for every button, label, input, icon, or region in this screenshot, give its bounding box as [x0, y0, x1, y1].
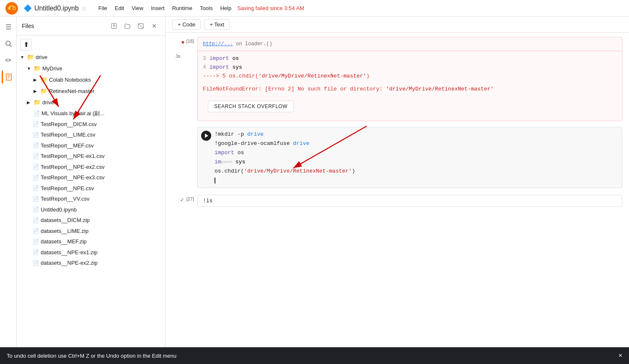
cell-27-gutter: ✓ [27] — [172, 195, 197, 203]
tree-item-ml-visuals[interactable]: 📄 ML Visuals by dair.ai (副... — [17, 108, 165, 119]
list-item[interactable]: 📄TestReport__NPE-ex3.csv — [17, 172, 165, 183]
sidebar: ☰ <> Files — [0, 17, 166, 347]
cell-18-gutter: ● [18] — [172, 37, 197, 45]
main-layout: ☰ <> Files — [0, 17, 629, 347]
cell-27-code: !ls — [203, 198, 617, 204]
folder-icon: 📁 — [40, 87, 47, 96]
files-actions: × — [108, 20, 160, 32]
menu-file[interactable]: File — [95, 3, 111, 13]
file-icon: 📄 — [33, 174, 39, 181]
cell-18-output: 3import os 4import sys ----> 5 os.chdir(… — [198, 51, 622, 84]
saving-status: Saving failed since 3:54 AM — [237, 5, 304, 11]
run-cell-button[interactable] — [201, 131, 211, 141]
tree-item-label: TestReport__MEF.csv — [41, 142, 93, 150]
folder-icon: 📁 — [27, 53, 34, 62]
code-toggle-icon[interactable]: <> — [2, 54, 15, 67]
success-icon: ✓ — [180, 196, 185, 203]
tree-item-label: TestReport__LIME.csv — [41, 131, 96, 139]
cell-27-num: [27] — [186, 196, 194, 201]
tree-item-mydrive[interactable]: ▼ 📁 MyDrive — [17, 63, 165, 74]
cell-27-block: ✓ [27] !ls — [166, 191, 629, 209]
tree-item-label: datasets__DICM.zip — [41, 216, 90, 225]
files-title: Files — [22, 23, 34, 29]
hamburger-icon[interactable]: ☰ — [2, 20, 15, 34]
menu-tools[interactable]: Tools — [197, 3, 216, 13]
tree-item-colab-notebooks[interactable]: ▶ 📁 Colab Notebooks — [17, 74, 165, 85]
chevron-right-icon: ▶ — [27, 99, 33, 106]
list-item[interactable]: 📄TestReport__NPE.csv — [17, 183, 165, 194]
file-icon: 📄 — [33, 238, 39, 245]
cell-27-content[interactable]: !ls — [197, 195, 622, 207]
list-item[interactable]: 📄Untitled0.ipynb — [17, 204, 165, 215]
upload-button[interactable] — [108, 20, 120, 32]
tree-item-label: Colab Notebooks — [49, 76, 91, 84]
exec-time: 3s — [176, 54, 181, 59]
file-name[interactable]: Untitled0.ipynb — [34, 5, 79, 12]
menu-view[interactable]: View — [128, 3, 147, 13]
disable-autosave-button[interactable] — [135, 20, 147, 32]
menu-help[interactable]: Help — [217, 3, 235, 13]
files-header: Files × — [17, 17, 165, 36]
star-icon[interactable]: ☆ — [81, 5, 87, 12]
close-sidebar-button[interactable]: × — [148, 20, 160, 32]
menu-insert[interactable]: Insert — [148, 3, 168, 13]
list-item[interactable]: 📄datasets__NPE-ex1.zip — [17, 247, 165, 258]
svg-line-4 — [10, 45, 11, 46]
list-item[interactable]: 📄TestReport__VV.csv — [17, 194, 165, 204]
menu-edit[interactable]: Edit — [111, 3, 127, 13]
line-num: 3 — [203, 55, 206, 62]
bottom-bar-message: To undo cell deletion use Ctrl+M Z or th… — [7, 353, 176, 359]
new-folder-button[interactable] — [122, 20, 133, 32]
file-icon: 📄 — [33, 131, 39, 139]
menu-runtime[interactable]: Runtime — [169, 3, 196, 13]
files-icon[interactable] — [2, 70, 15, 84]
cell-code-content[interactable]: !mkdir -p drive !google-drive-ocamlfuse … — [197, 127, 622, 188]
add-text-button[interactable]: + Text — [204, 19, 230, 30]
list-item[interactable]: 📄datasets__NPE-ex2.zip — [17, 258, 165, 268]
search-icon[interactable] — [2, 37, 15, 50]
play-icon — [205, 134, 208, 138]
cell-code-block: !mkdir -p drive !google-drive-ocamlfuse … — [166, 122, 629, 192]
search-stackoverflow-button[interactable]: SEARCH STACK OVERFLOW — [208, 101, 294, 112]
chevron-right-icon: ▶ — [34, 88, 39, 94]
list-item[interactable]: 📄TestReport__NPE-ex2.csv — [17, 162, 165, 173]
folder-icon: 📁 — [34, 64, 41, 73]
code-lines[interactable]: !mkdir -p drive !google-drive-ocamlfuse … — [215, 130, 619, 186]
tree-item-label: MyDrive — [42, 65, 62, 73]
list-item[interactable]: 📄TestReport__NPE-ex1.csv — [17, 151, 165, 162]
svg-point-0 — [5, 2, 18, 15]
cell-code-gutter — [172, 127, 197, 129]
file-icon: 📄 — [33, 259, 39, 267]
file-title: 🔷 Untitled0.ipynb ☆ — [23, 4, 87, 12]
tree-item-label: TestReport__DICM.csv — [41, 120, 97, 129]
tree-item-label: TestReport__NPE-ex1.csv — [41, 152, 104, 160]
list-item[interactable]: 📄datasets__MEF.zip — [17, 236, 165, 247]
tree-item-drive-sub[interactable]: ▶ 📁 drive — [17, 97, 165, 108]
chevron-right-icon: ▶ — [34, 77, 39, 83]
search-so-area: SEARCH STACK OVERFLOW — [198, 96, 622, 121]
file-icon: 📄 — [34, 110, 40, 117]
tree-item-label: RetinexNet-master — [49, 87, 94, 96]
list-item[interactable]: 📄datasets__LIME.zip — [17, 226, 165, 237]
chevron-down-icon: ▼ — [20, 54, 26, 60]
cell-run-bar: !mkdir -p drive !google-drive-ocamlfuse … — [198, 127, 622, 188]
tree-item-label: TestReport__NPE-ex2.csv — [41, 163, 104, 171]
tree-item-label: drive — [36, 53, 47, 62]
top-bar: 🔷 Untitled0.ipynb ☆ File Edit View Inser… — [0, 0, 629, 17]
file-icon: 📄 — [33, 184, 39, 192]
list-item[interactable]: 📄TestReport__MEF.csv — [17, 140, 165, 151]
tree-item-drive[interactable]: ▼ 📁 drive — [17, 52, 165, 63]
svg-line-12 — [138, 23, 143, 28]
list-item[interactable]: 📄TestReport__DICM.csv — [17, 119, 165, 130]
tree-item-label: datasets__NPE-ex2.zip — [41, 259, 98, 267]
list-item[interactable]: 📄datasets__DICM.zip — [17, 215, 165, 226]
tree-item-label: datasets__NPE-ex1.zip — [41, 248, 98, 257]
tree-item-label: drive — [42, 98, 54, 107]
colab-logo — [5, 2, 18, 15]
bottom-bar-close-button[interactable]: × — [619, 352, 622, 359]
list-item[interactable]: 📄TestReport__LIME.csv — [17, 129, 165, 140]
svg-point-2 — [13, 7, 16, 10]
tree-item-retinexnet[interactable]: ▶ 📁 RetinexNet-master — [17, 85, 165, 97]
add-code-button[interactable]: + Code — [172, 19, 201, 30]
cell-18-content[interactable]: http://... on loader.() 3import os 4impo… — [197, 37, 622, 121]
